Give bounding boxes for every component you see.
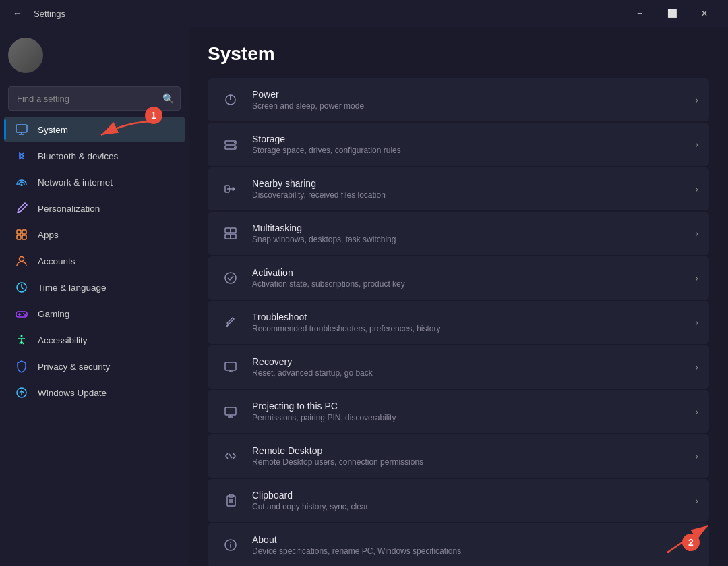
nearby-sharing-chevron-icon: ›: [695, 183, 698, 194]
nearby-sharing-icon: [218, 177, 243, 201]
sidebar-label-apps: Apps: [38, 230, 59, 240]
svg-rect-4: [17, 230, 21, 234]
sidebar-label-personalization: Personalization: [38, 204, 100, 214]
about-title: About: [252, 534, 695, 545]
activation-title: Activation: [252, 267, 695, 278]
svg-point-23: [234, 147, 235, 148]
activation-chevron-icon: ›: [695, 273, 698, 283]
storage-chevron-icon: ›: [695, 139, 698, 150]
sidebar-item-personalization[interactable]: Personalization: [4, 196, 185, 221]
settings-list: PowerScreen and sleep, power mode›Storag…: [208, 78, 709, 566]
settings-item-remote-desktop[interactable]: Remote DesktopRemote Desktop users, conn…: [208, 434, 709, 478]
sidebar-item-accessibility[interactable]: Accessibility: [4, 327, 185, 353]
privacy-icon: [15, 360, 28, 373]
multitasking-subtitle: Snap windows, desktops, task switching: [252, 235, 695, 244]
clipboard-icon: [218, 488, 243, 513]
sidebar-label-accounts: Accounts: [38, 256, 75, 266]
system-icon: [15, 123, 28, 136]
minimize-button[interactable]: –: [624, 3, 655, 24]
svg-line-30: [226, 324, 229, 327]
maximize-button[interactable]: ⬜: [657, 3, 688, 24]
svg-point-44: [230, 542, 231, 543]
recovery-icon: [218, 355, 243, 379]
settings-item-activation[interactable]: ActivationActivation state, subscription…: [208, 256, 709, 300]
settings-item-recovery[interactable]: RecoveryReset, advanced startup, go back…: [208, 345, 709, 389]
svg-point-15: [21, 335, 23, 337]
title-bar: ← Settings – ⬜ ✕: [0, 0, 728, 27]
activation-icon: [218, 266, 243, 290]
svg-rect-0: [16, 125, 27, 132]
svg-rect-26: [231, 228, 236, 233]
remote-desktop-title: Remote Desktop: [252, 445, 695, 456]
sidebar-item-accounts[interactable]: Accounts: [4, 248, 185, 274]
personalization-icon: [15, 202, 28, 215]
about-icon: [218, 533, 243, 557]
power-subtitle: Screen and sleep, power mode: [252, 101, 695, 111]
accessibility-icon: [15, 333, 28, 347]
svg-point-3: [21, 184, 23, 186]
settings-item-nearby-sharing[interactable]: Nearby sharingDiscoverability, received …: [208, 167, 709, 210]
troubleshoot-subtitle: Recommended troubleshooters, preferences…: [252, 324, 695, 333]
projecting-chevron-icon: ›: [695, 406, 698, 417]
settings-item-multitasking[interactable]: MultitaskingSnap windows, desktops, task…: [208, 212, 709, 255]
troubleshoot-chevron-icon: ›: [695, 317, 698, 328]
sidebar-item-network[interactable]: Network & internet: [4, 169, 185, 195]
projecting-icon: [218, 399, 243, 424]
sidebar-item-update[interactable]: Windows Update: [4, 380, 185, 405]
back-button[interactable]: ←: [8, 4, 27, 23]
settings-item-power[interactable]: PowerScreen and sleep, power mode›: [208, 78, 709, 121]
clipboard-chevron-icon: ›: [695, 495, 698, 506]
nav-list: SystemBluetooth & devicesNetwork & inter…: [0, 116, 189, 406]
window-title: Settings: [34, 9, 65, 19]
svg-rect-27: [225, 234, 231, 239]
svg-point-13: [23, 313, 24, 314]
update-icon: [15, 386, 28, 399]
sidebar-item-time[interactable]: Time & language: [4, 275, 185, 300]
clipboard-title: Clipboard: [252, 490, 695, 501]
recovery-title: Recovery: [252, 356, 695, 367]
settings-window: ← Settings – ⬜ ✕ 🔍 SystemBluetooth & dev…: [0, 0, 728, 566]
about-chevron-icon: ›: [695, 540, 698, 550]
settings-item-storage[interactable]: StorageStorage space, drives, configurat…: [208, 123, 709, 166]
search-input[interactable]: [8, 86, 181, 111]
svg-point-29: [225, 273, 236, 283]
power-title: Power: [252, 89, 695, 100]
multitasking-icon: [218, 221, 243, 246]
clipboard-subtitle: Cut and copy history, sync, clear: [252, 502, 695, 511]
multitasking-title: Multitasking: [252, 223, 695, 233]
power-icon: [218, 88, 243, 112]
svg-rect-28: [231, 234, 236, 239]
sidebar-item-bluetooth[interactable]: Bluetooth & devices: [4, 143, 185, 169]
storage-subtitle: Storage space, drives, configuration rul…: [252, 146, 695, 155]
svg-rect-6: [17, 235, 21, 239]
sidebar-item-apps[interactable]: Apps: [4, 222, 185, 248]
sidebar: 🔍 SystemBluetooth & devicesNetwork & int…: [0, 27, 189, 566]
recovery-subtitle: Reset, advanced startup, go back: [252, 368, 695, 378]
sidebar-label-bluetooth: Bluetooth & devices: [38, 151, 118, 161]
sidebar-item-system[interactable]: System: [4, 117, 185, 142]
settings-item-about[interactable]: AboutDevice specifications, rename PC, W…: [208, 523, 709, 566]
time-icon: [15, 281, 28, 294]
window-controls: – ⬜ ✕: [624, 3, 720, 24]
svg-rect-25: [225, 228, 231, 233]
sidebar-label-system: System: [38, 125, 68, 135]
settings-item-projecting[interactable]: Projecting to this PCPermissions, pairin…: [208, 390, 709, 433]
svg-rect-10: [16, 312, 27, 317]
settings-item-clipboard[interactable]: ClipboardCut and copy history, sync, cle…: [208, 479, 709, 522]
about-subtitle: Device specifications, rename PC, Window…: [252, 546, 695, 556]
storage-icon: [218, 132, 243, 157]
remote-desktop-chevron-icon: ›: [695, 451, 698, 461]
sidebar-item-privacy[interactable]: Privacy & security: [4, 353, 185, 379]
projecting-title: Projecting to this PC: [252, 401, 695, 412]
power-chevron-icon: ›: [695, 94, 698, 105]
close-button[interactable]: ✕: [689, 3, 720, 24]
settings-item-troubleshoot[interactable]: TroubleshootRecommended troubleshooters,…: [208, 301, 709, 344]
bluetooth-icon: [15, 149, 28, 163]
sidebar-label-privacy: Privacy & security: [38, 362, 110, 372]
svg-rect-7: [22, 235, 26, 239]
svg-point-14: [24, 314, 26, 316]
accounts-icon: [15, 254, 28, 268]
remote-desktop-subtitle: Remote Desktop users, connection permiss…: [252, 457, 695, 467]
activation-subtitle: Activation state, subscriptions, product…: [252, 279, 695, 289]
sidebar-item-gaming[interactable]: Gaming: [4, 301, 185, 327]
